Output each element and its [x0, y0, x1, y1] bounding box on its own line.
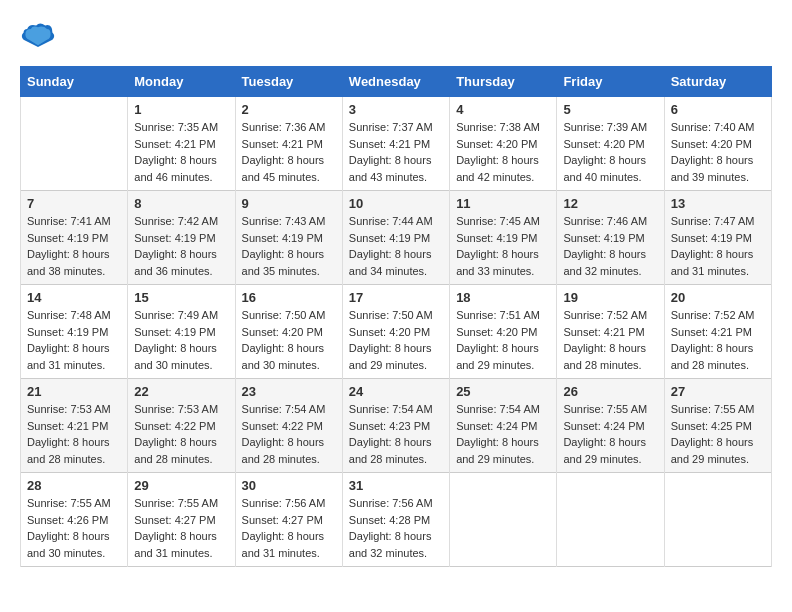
sunset-label: Sunset: 4:22 PM	[134, 420, 215, 432]
day-number: 19	[563, 290, 657, 305]
day-number: 13	[671, 196, 765, 211]
sunrise-label: Sunrise: 7:54 AM	[349, 403, 433, 415]
sunset-label: Sunset: 4:20 PM	[563, 138, 644, 150]
calendar-cell: 8 Sunrise: 7:42 AM Sunset: 4:19 PM Dayli…	[128, 191, 235, 285]
day-info: Sunrise: 7:50 AM Sunset: 4:20 PM Dayligh…	[349, 307, 443, 373]
calendar-cell: 11 Sunrise: 7:45 AM Sunset: 4:19 PM Dayl…	[450, 191, 557, 285]
day-number: 15	[134, 290, 228, 305]
calendar-cell	[450, 473, 557, 567]
calendar-body: 1 Sunrise: 7:35 AM Sunset: 4:21 PM Dayli…	[21, 97, 772, 567]
day-number: 1	[134, 102, 228, 117]
page-header	[20, 20, 772, 56]
sunset-label: Sunset: 4:26 PM	[27, 514, 108, 526]
calendar-cell: 6 Sunrise: 7:40 AM Sunset: 4:20 PM Dayli…	[664, 97, 771, 191]
sunset-label: Sunset: 4:20 PM	[671, 138, 752, 150]
sunset-label: Sunset: 4:20 PM	[456, 138, 537, 150]
daylight-label: Daylight: 8 hours and 29 minutes.	[349, 342, 432, 371]
calendar-cell: 3 Sunrise: 7:37 AM Sunset: 4:21 PM Dayli…	[342, 97, 449, 191]
sunrise-label: Sunrise: 7:53 AM	[27, 403, 111, 415]
sunrise-label: Sunrise: 7:50 AM	[242, 309, 326, 321]
day-number: 7	[27, 196, 121, 211]
day-number: 11	[456, 196, 550, 211]
day-number: 6	[671, 102, 765, 117]
day-info: Sunrise: 7:55 AM Sunset: 4:27 PM Dayligh…	[134, 495, 228, 561]
day-info: Sunrise: 7:46 AM Sunset: 4:19 PM Dayligh…	[563, 213, 657, 279]
daylight-label: Daylight: 8 hours and 29 minutes.	[456, 342, 539, 371]
sunrise-label: Sunrise: 7:48 AM	[27, 309, 111, 321]
daylight-label: Daylight: 8 hours and 35 minutes.	[242, 248, 325, 277]
sunrise-label: Sunrise: 7:46 AM	[563, 215, 647, 227]
day-info: Sunrise: 7:52 AM Sunset: 4:21 PM Dayligh…	[563, 307, 657, 373]
calendar-cell	[21, 97, 128, 191]
calendar-cell	[557, 473, 664, 567]
calendar-row: 7 Sunrise: 7:41 AM Sunset: 4:19 PM Dayli…	[21, 191, 772, 285]
sunset-label: Sunset: 4:19 PM	[27, 232, 108, 244]
day-number: 3	[349, 102, 443, 117]
day-number: 10	[349, 196, 443, 211]
calendar-cell: 19 Sunrise: 7:52 AM Sunset: 4:21 PM Dayl…	[557, 285, 664, 379]
sunset-label: Sunset: 4:21 PM	[242, 138, 323, 150]
sunrise-label: Sunrise: 7:54 AM	[242, 403, 326, 415]
daylight-label: Daylight: 8 hours and 29 minutes.	[563, 436, 646, 465]
day-number: 27	[671, 384, 765, 399]
sunset-label: Sunset: 4:28 PM	[349, 514, 430, 526]
header-day: Wednesday	[342, 67, 449, 97]
day-info: Sunrise: 7:53 AM Sunset: 4:22 PM Dayligh…	[134, 401, 228, 467]
day-info: Sunrise: 7:55 AM Sunset: 4:26 PM Dayligh…	[27, 495, 121, 561]
calendar-cell: 4 Sunrise: 7:38 AM Sunset: 4:20 PM Dayli…	[450, 97, 557, 191]
day-number: 8	[134, 196, 228, 211]
calendar-header: SundayMondayTuesdayWednesdayThursdayFrid…	[21, 67, 772, 97]
daylight-label: Daylight: 8 hours and 28 minutes.	[563, 342, 646, 371]
sunset-label: Sunset: 4:24 PM	[563, 420, 644, 432]
day-number: 22	[134, 384, 228, 399]
daylight-label: Daylight: 8 hours and 30 minutes.	[27, 530, 110, 559]
sunrise-label: Sunrise: 7:39 AM	[563, 121, 647, 133]
sunset-label: Sunset: 4:21 PM	[349, 138, 430, 150]
sunset-label: Sunset: 4:27 PM	[134, 514, 215, 526]
calendar-cell: 23 Sunrise: 7:54 AM Sunset: 4:22 PM Dayl…	[235, 379, 342, 473]
calendar-cell: 24 Sunrise: 7:54 AM Sunset: 4:23 PM Dayl…	[342, 379, 449, 473]
calendar-cell: 13 Sunrise: 7:47 AM Sunset: 4:19 PM Dayl…	[664, 191, 771, 285]
calendar-cell: 31 Sunrise: 7:56 AM Sunset: 4:28 PM Dayl…	[342, 473, 449, 567]
sunrise-label: Sunrise: 7:41 AM	[27, 215, 111, 227]
calendar-cell: 15 Sunrise: 7:49 AM Sunset: 4:19 PM Dayl…	[128, 285, 235, 379]
day-info: Sunrise: 7:39 AM Sunset: 4:20 PM Dayligh…	[563, 119, 657, 185]
header-day: Monday	[128, 67, 235, 97]
day-number: 9	[242, 196, 336, 211]
calendar-cell: 25 Sunrise: 7:54 AM Sunset: 4:24 PM Dayl…	[450, 379, 557, 473]
logo-icon	[20, 20, 56, 56]
sunrise-label: Sunrise: 7:40 AM	[671, 121, 755, 133]
sunrise-label: Sunrise: 7:55 AM	[134, 497, 218, 509]
calendar-cell: 16 Sunrise: 7:50 AM Sunset: 4:20 PM Dayl…	[235, 285, 342, 379]
sunset-label: Sunset: 4:21 PM	[134, 138, 215, 150]
day-number: 12	[563, 196, 657, 211]
day-info: Sunrise: 7:55 AM Sunset: 4:24 PM Dayligh…	[563, 401, 657, 467]
sunset-label: Sunset: 4:24 PM	[456, 420, 537, 432]
day-number: 20	[671, 290, 765, 305]
calendar-cell: 14 Sunrise: 7:48 AM Sunset: 4:19 PM Dayl…	[21, 285, 128, 379]
sunset-label: Sunset: 4:23 PM	[349, 420, 430, 432]
sunset-label: Sunset: 4:21 PM	[671, 326, 752, 338]
calendar-row: 1 Sunrise: 7:35 AM Sunset: 4:21 PM Dayli…	[21, 97, 772, 191]
header-row: SundayMondayTuesdayWednesdayThursdayFrid…	[21, 67, 772, 97]
daylight-label: Daylight: 8 hours and 31 minutes.	[671, 248, 754, 277]
day-number: 18	[456, 290, 550, 305]
day-number: 26	[563, 384, 657, 399]
daylight-label: Daylight: 8 hours and 32 minutes.	[563, 248, 646, 277]
daylight-label: Daylight: 8 hours and 29 minutes.	[456, 436, 539, 465]
header-day: Thursday	[450, 67, 557, 97]
daylight-label: Daylight: 8 hours and 31 minutes.	[134, 530, 217, 559]
sunset-label: Sunset: 4:21 PM	[563, 326, 644, 338]
sunrise-label: Sunrise: 7:44 AM	[349, 215, 433, 227]
daylight-label: Daylight: 8 hours and 43 minutes.	[349, 154, 432, 183]
sunset-label: Sunset: 4:22 PM	[242, 420, 323, 432]
sunrise-label: Sunrise: 7:54 AM	[456, 403, 540, 415]
day-info: Sunrise: 7:47 AM Sunset: 4:19 PM Dayligh…	[671, 213, 765, 279]
daylight-label: Daylight: 8 hours and 28 minutes.	[27, 436, 110, 465]
header-day: Tuesday	[235, 67, 342, 97]
sunrise-label: Sunrise: 7:53 AM	[134, 403, 218, 415]
daylight-label: Daylight: 8 hours and 34 minutes.	[349, 248, 432, 277]
calendar-table: SundayMondayTuesdayWednesdayThursdayFrid…	[20, 66, 772, 567]
day-info: Sunrise: 7:50 AM Sunset: 4:20 PM Dayligh…	[242, 307, 336, 373]
calendar-cell: 12 Sunrise: 7:46 AM Sunset: 4:19 PM Dayl…	[557, 191, 664, 285]
